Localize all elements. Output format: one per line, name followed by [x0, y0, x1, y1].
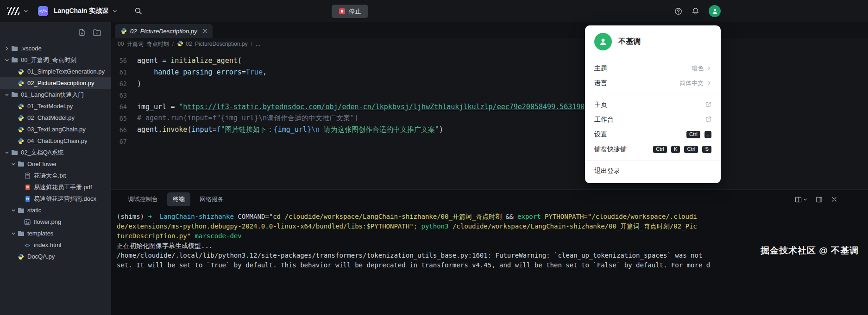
tab-network-service[interactable]: 网络服务 — [194, 192, 229, 206]
file-name: index.html — [34, 241, 61, 248]
file-tree-item[interactable]: templates — [0, 228, 111, 239]
bottom-panel: 调试控制台 终端 网络服务 — [111, 189, 868, 315]
folder-icon — [10, 57, 19, 63]
breadcrumb-item[interactable]: ... — [256, 41, 260, 47]
menu-item[interactable]: 语言简体中文 — [585, 76, 721, 91]
menu-item[interactable]: 主页 — [585, 98, 721, 112]
menu-item[interactable]: 工作台 — [585, 112, 721, 127]
code-line: 67 — [111, 136, 868, 147]
python-file-icon — [17, 253, 25, 260]
user-menu-panel: 不基调 主题暗色语言简体中文主页工作台设置Ctrl,键盘快捷键CtrlKCtrl… — [585, 25, 721, 183]
close-tab-icon[interactable] — [202, 28, 208, 34]
breadcrumb: 00_开篇词_奇点时刻 / 02_PictureDescription.py /… — [111, 38, 868, 50]
line-number: 61 — [111, 68, 137, 76]
file-tree-item[interactable]: 01_SimpleTextGeneration.py — [0, 66, 111, 77]
chevron-down-icon — [10, 162, 17, 167]
code-editor[interactable]: 56agent = initialize_agent(61 handle_par… — [111, 50, 868, 189]
user-menu-items: 主题暗色语言简体中文主页工作台设置Ctrl,键盘快捷键CtrlKCtrlS退出登… — [585, 61, 721, 179]
help-icon[interactable] — [674, 7, 682, 15]
terminal-output[interactable]: (shims) ➜ LangChain-shizhanke COMMAND="c… — [111, 209, 868, 270]
file-name: static — [27, 207, 41, 214]
terminal-line: set. It will be set to `True` by default… — [117, 260, 868, 270]
folder-icon — [17, 161, 25, 167]
user-avatar[interactable] — [709, 5, 721, 17]
menu-item[interactable]: 主题暗色 — [585, 61, 721, 76]
chevron-down-icon[interactable] — [113, 9, 117, 13]
chevron-right-icon — [706, 65, 711, 72]
user-menu-header: 不基调 — [585, 25, 721, 57]
menu-divider — [585, 94, 721, 94]
tab-terminal[interactable]: 终端 — [167, 192, 190, 206]
split-terminal-icon[interactable] — [795, 196, 807, 203]
tab-debug-console[interactable]: 调试控制台 — [122, 192, 164, 206]
code-line: 56agent = initialize_agent( — [111, 55, 868, 66]
file-tree-item[interactable]: 花语大全.txt — [0, 170, 111, 181]
panel-actions — [795, 190, 837, 209]
breadcrumb-separator: / — [172, 41, 174, 47]
main-area: .vscode00_开篇词_奇点时刻01_SimpleTextGeneratio… — [0, 22, 868, 315]
stop-button[interactable]: 停止 — [332, 5, 368, 18]
word-file-icon — [23, 196, 31, 202]
file-tree-item[interactable]: OneFlower — [0, 158, 111, 170]
new-file-icon[interactable] — [78, 29, 86, 36]
python-file-icon — [17, 126, 25, 133]
chevron-down-icon[interactable] — [24, 9, 28, 13]
file-tree-item[interactable]: 02_ChatModel.py — [0, 112, 111, 124]
file-tree-item[interactable]: index.html — [0, 239, 111, 251]
user-avatar — [594, 33, 612, 50]
chevron-right-icon — [4, 46, 10, 51]
chevron-right-icon — [706, 80, 711, 87]
file-tree-item[interactable]: DocQA.py — [0, 251, 111, 262]
menu-item[interactable]: 键盘快捷键CtrlKCtrlS — [585, 142, 721, 157]
file-tree-item[interactable]: 01_LangChain快速入门 — [0, 89, 111, 100]
file-tree-item[interactable]: 易速鲜花运营指南.docx — [0, 193, 111, 204]
menu-item[interactable]: 设置Ctrl, — [585, 127, 721, 142]
file-tree-item[interactable]: 01_TextModel.py — [0, 100, 111, 112]
terminal-line: 正在初始化图像字幕生成模型... — [117, 241, 868, 251]
file-name: 花语大全.txt — [34, 172, 66, 180]
file-name: 易速鲜花运营指南.docx — [34, 195, 96, 203]
app-logo-icon[interactable] — [7, 7, 19, 15]
menu-item-meta — [705, 101, 711, 109]
html-file-icon — [23, 241, 31, 248]
file-tree-item[interactable]: .vscode — [0, 43, 111, 54]
maximize-panel-icon[interactable] — [816, 196, 823, 203]
terminal-line: /home/cloudide/.local/lib/python3.12/sit… — [117, 251, 868, 260]
file-tree-item[interactable]: static — [0, 204, 111, 216]
line-number: 67 — [111, 138, 137, 145]
breadcrumb-separator: / — [251, 41, 252, 47]
file-tree-item[interactable]: 00_开篇词_奇点时刻 — [0, 54, 111, 66]
chevron-down-icon — [4, 150, 10, 155]
menu-item-meta: Ctrl, — [685, 131, 711, 139]
breadcrumb-file: 02_PictureDescription.py — [186, 41, 247, 47]
file-tree-item[interactable]: 易速鲜花员工手册.pdf — [0, 181, 111, 193]
file-tree-item[interactable]: flower.png — [0, 216, 111, 228]
file-tree-item[interactable]: 03_TextLangChain.py — [0, 124, 111, 135]
menu-item-meta: 简体中文 — [679, 79, 711, 87]
menu-item-meta — [705, 116, 711, 124]
stop-button-label: 停止 — [349, 7, 361, 16]
file-tree-item[interactable]: 02_PictureDescription.py — [0, 77, 111, 89]
editor-tab-active[interactable]: 02_PictureDescription.py — [115, 24, 213, 38]
watermark: 掘金技术社区 @ 不基调 — [761, 245, 859, 257]
notifications-bell-icon[interactable] — [692, 7, 699, 15]
breadcrumb-item[interactable]: 02_PictureDescription.py — [177, 40, 247, 48]
close-panel-icon[interactable] — [831, 196, 837, 203]
code-text: agent = initialize_agent( — [137, 56, 242, 65]
chevron-down-icon — [4, 58, 10, 62]
editor-column: 02_PictureDescription.py 00_开篇词_奇点时刻 / 0… — [111, 22, 868, 315]
search-icon[interactable] — [134, 7, 142, 15]
file-tree-item[interactable]: 04_ChatLongChain.py — [0, 135, 111, 147]
pdf-file-icon — [23, 184, 31, 191]
line-number: 63 — [111, 92, 137, 99]
file-name: 00_开篇词_奇点时刻 — [21, 56, 76, 64]
file-name: 01_SimpleTextGeneration.py — [27, 68, 105, 75]
menu-item[interactable]: 退出登录 — [585, 164, 721, 179]
breadcrumb-item[interactable]: 00_开篇词_奇点时刻 — [118, 40, 169, 48]
new-folder-icon[interactable] — [93, 29, 101, 36]
file-tree-item[interactable]: 02_文档QA系统 — [0, 147, 111, 158]
file-explorer: .vscode00_开篇词_奇点时刻01_SimpleTextGeneratio… — [0, 22, 111, 315]
menu-item-label: 主页 — [594, 101, 607, 109]
external-link-icon — [705, 101, 711, 109]
project-name[interactable]: LangChain 实战课 — [54, 7, 108, 15]
